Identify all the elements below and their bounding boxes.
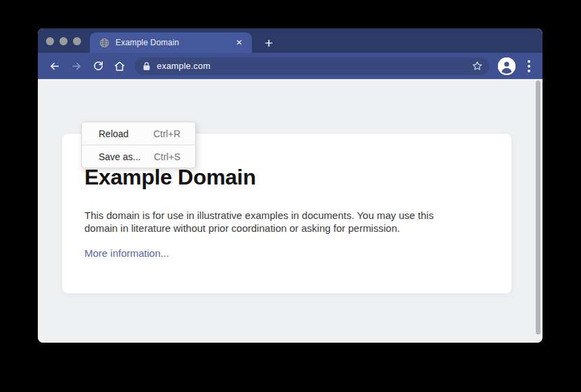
bookmark-star-button[interactable] xyxy=(470,59,484,73)
tab-title: Example Domain xyxy=(116,38,179,47)
toolbar: example.com xyxy=(38,53,542,79)
home-icon xyxy=(113,60,126,72)
page-paragraph: This domain is for use in illustrative e… xyxy=(84,209,489,235)
menu-item-label: Save as... xyxy=(99,151,141,162)
forward-icon xyxy=(70,60,82,72)
star-icon xyxy=(472,60,483,72)
user-icon xyxy=(498,57,515,75)
reload-button[interactable] xyxy=(89,57,107,75)
traffic-lights xyxy=(46,37,81,45)
kebab-menu-icon xyxy=(528,60,530,72)
context-menu-item-save-as[interactable]: Save as... Ctrl+S xyxy=(82,145,195,168)
menu-item-label: Reload xyxy=(99,128,128,139)
more-information-link[interactable]: More information... xyxy=(84,247,169,259)
address-bar[interactable]: example.com xyxy=(135,57,489,75)
window-close-button[interactable] xyxy=(46,37,54,45)
titlebar: Example Domain ✕ + xyxy=(38,28,542,53)
window-minimize-button[interactable] xyxy=(59,37,68,45)
url-text: example.com xyxy=(157,61,211,71)
globe-favicon-icon xyxy=(99,38,109,48)
back-icon xyxy=(49,60,61,72)
menu-item-shortcut: Ctrl+S xyxy=(154,151,180,162)
page-title: Example Domain xyxy=(84,165,489,190)
scrollbar-thumb[interactable] xyxy=(536,80,540,335)
context-menu-item-reload[interactable]: Reload Ctrl+R xyxy=(82,122,195,145)
back-button[interactable] xyxy=(46,57,64,75)
page-content-area: Reload Ctrl+R Save as... Ctrl+S Example … xyxy=(38,79,542,343)
tab-close-button[interactable]: ✕ xyxy=(233,36,245,49)
profile-button[interactable] xyxy=(498,57,515,75)
paragraph-line: domain in literature without prior coord… xyxy=(84,222,489,235)
browser-menu-button[interactable] xyxy=(524,57,534,75)
window-zoom-button[interactable] xyxy=(73,37,81,45)
new-tab-button[interactable]: + xyxy=(261,34,277,51)
paragraph-line: This domain is for use in illustrative e… xyxy=(84,209,489,222)
lock-icon xyxy=(143,62,151,71)
forward-button[interactable] xyxy=(68,57,85,75)
home-button[interactable] xyxy=(111,57,128,75)
menu-item-shortcut: Ctrl+R xyxy=(153,128,180,139)
reload-icon xyxy=(93,60,104,72)
tab-example-domain[interactable]: Example Domain ✕ xyxy=(90,32,252,53)
browser-window: Example Domain ✕ + xyxy=(38,28,542,343)
context-menu: Reload Ctrl+R Save as... Ctrl+S xyxy=(81,122,196,168)
